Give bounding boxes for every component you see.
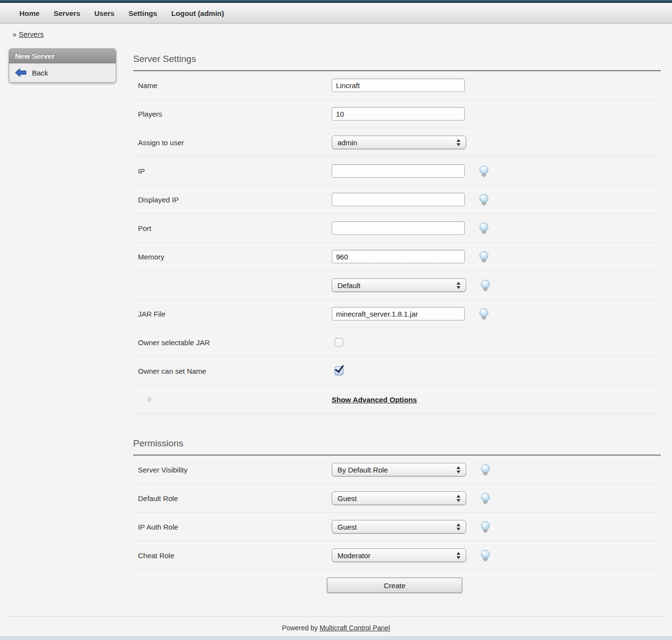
form-row-ip-auth-role: IP Auth Role Guest (133, 513, 661, 541)
owner-can-set-name-checkbox[interactable] (335, 366, 343, 375)
ip-auth-role-label: IP Auth Role (133, 523, 332, 531)
form-row-name: Name (133, 71, 661, 100)
owner-can-set-name-label: Owner can set Name (133, 367, 332, 375)
breadcrumb: » Servers (0, 24, 672, 41)
nav-item-users[interactable]: Users (94, 9, 115, 17)
form-row-jar-file: JAR File (133, 300, 661, 328)
up-down-stepper-icon (457, 466, 460, 473)
select-value: admin (337, 138, 357, 147)
owner-selectable-jar-checkbox[interactable] (335, 338, 343, 347)
back-button-label: Back (32, 69, 48, 77)
back-button[interactable]: Back (9, 63, 116, 82)
permissions-heading: Permissions (133, 438, 661, 456)
select-value: By Default Role (337, 466, 388, 474)
players-label: Players (133, 110, 332, 118)
form-row-memory: Memory (133, 243, 661, 271)
form-row-default-option: Default (133, 271, 661, 300)
up-down-stepper-icon (457, 495, 460, 502)
form-row-owner-can-set-name: Owner can set Name (133, 357, 661, 385)
sidebar-panel: New Server Back (9, 48, 116, 83)
bulb-icon[interactable] (480, 279, 491, 291)
displayed-ip-label: Displayed IP (133, 196, 332, 204)
main-form-area: Server Settings Name Players Assign to u… (133, 41, 661, 601)
bottom-accent-bar (0, 636, 672, 640)
form-row-displayed-ip: Displayed IP (133, 185, 661, 214)
main-navigation: Home Servers Users Settings Logout (admi… (0, 3, 672, 24)
default-option-select[interactable]: Default (332, 278, 466, 292)
form-row-advanced-options: Show Advanced Options (133, 385, 661, 414)
select-value: Default (337, 281, 361, 290)
footer: Powered by Multicraft Control Panel (0, 617, 672, 632)
up-down-stepper-icon (457, 139, 460, 146)
ip-label: IP (133, 167, 332, 175)
port-label: Port (133, 224, 332, 232)
server-visibility-select[interactable]: By Default Role (332, 463, 466, 476)
up-down-stepper-icon (457, 552, 460, 559)
bulb-icon[interactable] (478, 251, 489, 263)
form-row-assign-to-user: Assign to user admin (133, 128, 661, 157)
bulb-icon[interactable] (480, 464, 491, 476)
sidebar-title: New Server (9, 49, 116, 63)
ip-auth-role-select[interactable]: Guest (332, 520, 466, 533)
checkmark-icon (335, 363, 344, 373)
ip-input[interactable] (332, 164, 465, 178)
form-row-owner-selectable-jar: Owner selectable JAR (133, 328, 661, 357)
select-value: Moderator (337, 551, 370, 560)
assign-to-user-label: Assign to user (133, 138, 332, 147)
nav-item-home[interactable]: Home (19, 9, 40, 17)
memory-input[interactable] (332, 250, 465, 263)
default-role-label: Default Role (133, 494, 332, 503)
nav-item-logout[interactable]: Logout (admin) (171, 9, 224, 17)
select-value: Guest (337, 494, 357, 503)
name-label: Name (133, 81, 332, 90)
breadcrumb-separator: » (13, 30, 16, 38)
bulb-icon[interactable] (478, 165, 489, 177)
assign-to-user-select[interactable]: admin (332, 136, 466, 149)
breadcrumb-link-servers[interactable]: Servers (19, 30, 44, 38)
displayed-ip-input[interactable] (332, 193, 465, 206)
create-row: Create (133, 570, 661, 601)
form-row-server-visibility: Server Visibility By Default Role (133, 456, 661, 484)
bulb-icon[interactable] (478, 222, 489, 234)
up-down-stepper-icon (457, 523, 460, 531)
page: Home Servers Users Settings Logout (admi… (0, 0, 672, 640)
triangle-right-icon[interactable] (147, 396, 332, 403)
form-row-cheat-role: Cheat Role Moderator (133, 541, 661, 570)
jar-file-label: JAR File (133, 310, 332, 318)
server-settings-heading: Server Settings (133, 54, 661, 71)
form-row-players: Players (133, 100, 661, 128)
memory-label: Memory (133, 253, 332, 261)
form-row-ip: IP (133, 157, 661, 185)
footer-link-multicraft[interactable]: Multicraft Control Panel (320, 624, 390, 632)
port-input[interactable] (332, 221, 465, 235)
name-input[interactable] (332, 78, 465, 92)
nav-item-servers[interactable]: Servers (54, 9, 80, 17)
select-value: Guest (337, 523, 357, 531)
form-row-default-role: Default Role Guest (133, 484, 661, 513)
create-button[interactable]: Create (327, 578, 462, 593)
bulb-icon[interactable] (480, 492, 491, 504)
up-down-stepper-icon (457, 282, 460, 289)
bulb-icon[interactable] (478, 308, 489, 320)
footer-text: Powered by (282, 624, 318, 632)
cheat-role-select[interactable]: Moderator (332, 549, 466, 562)
nav-item-settings[interactable]: Settings (128, 9, 157, 17)
default-role-select[interactable]: Guest (332, 491, 466, 505)
show-advanced-options-link[interactable]: Show Advanced Options (332, 396, 417, 404)
arrow-left-icon (15, 68, 27, 77)
bulb-icon[interactable] (478, 194, 489, 206)
content-area: New Server Back Server Settings Name (0, 41, 672, 601)
jar-file-input[interactable] (332, 307, 465, 320)
server-visibility-label: Server Visibility (133, 466, 332, 474)
bulb-icon[interactable] (480, 549, 491, 562)
bulb-icon[interactable] (480, 521, 491, 533)
owner-selectable-jar-label: Owner selectable JAR (133, 338, 332, 347)
form-row-port: Port (133, 214, 661, 243)
cheat-role-label: Cheat Role (133, 551, 332, 560)
players-input[interactable] (332, 107, 465, 121)
